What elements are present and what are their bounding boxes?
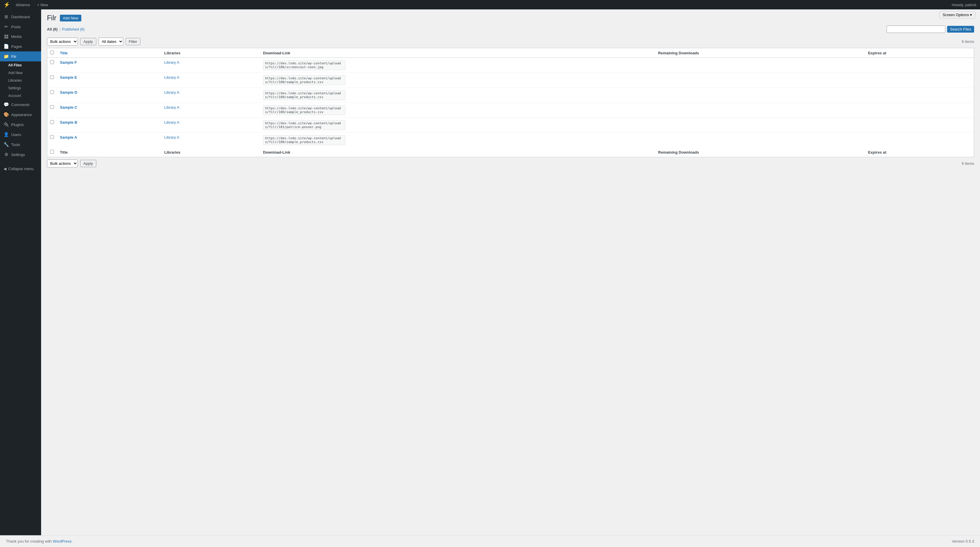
sidebar-item-filr-label: Filr — [11, 54, 16, 59]
download-link-value: https://dev.lndo.site/wp-content/uploads… — [263, 60, 345, 70]
bulk-actions-select-top[interactable]: Bulk actions — [47, 38, 78, 46]
check-all-header — [47, 48, 57, 58]
bulk-actions-select-bottom[interactable]: Bulk actions — [47, 159, 78, 167]
filter-all-anchor[interactable]: All (6) — [47, 27, 57, 32]
filter-published-link[interactable]: Published (6) — [62, 27, 85, 32]
files-table: Title Libraries Download-Link Remaining … — [47, 48, 974, 157]
sidebar-item-plugins[interactable]: 🔌 Plugins — [0, 120, 41, 129]
sidebar-item-appearance[interactable]: 🎨 Appearance — [0, 110, 41, 120]
search-area: Search Files — [887, 26, 974, 33]
sidebar-submenu-settings[interactable]: Settings — [0, 84, 41, 92]
row-checkbox[interactable] — [50, 120, 54, 124]
file-title-link[interactable]: Sample D — [60, 90, 77, 95]
sidebar-item-posts[interactable]: ✏ Posts — [0, 22, 41, 32]
row-expires-at-cell — [865, 118, 974, 133]
thank-you-text: Thank you for creating with — [6, 539, 53, 544]
sidebar-item-pages[interactable]: 📄 Pages — [0, 41, 41, 51]
row-expires-at-cell — [865, 88, 974, 103]
row-remaining-downloads-cell — [655, 88, 865, 103]
download-link-column-header: Download-Link — [260, 48, 655, 58]
add-new-button[interactable]: Add New — [60, 15, 81, 21]
filter-published-anchor[interactable]: Published (6) — [62, 27, 85, 32]
row-download-link-cell: https://dev.lndo.site/wp-content/uploads… — [260, 73, 655, 88]
file-title-link[interactable]: Sample F — [60, 60, 77, 65]
title-column-header[interactable]: Title — [57, 48, 161, 58]
library-link[interactable]: Library A — [164, 135, 180, 140]
title-sort-link[interactable]: Title — [60, 51, 68, 55]
row-checkbox-cell — [47, 118, 57, 133]
top-toolbar: Bulk actions Apply All dates Filter 6 it… — [47, 38, 974, 46]
row-expires-at-cell — [865, 73, 974, 88]
sidebar-submenu-libraries[interactable]: Libraries — [0, 77, 41, 84]
footer: Thank you for creating with WordPress . … — [0, 535, 980, 547]
row-expires-at-cell — [865, 58, 974, 73]
media-icon: 🖼 — [3, 34, 9, 39]
filter-links: All (6) | Published (6) — [47, 27, 84, 32]
sidebar-submenu-all-files[interactable]: All Files — [0, 61, 41, 69]
sidebar: ⊞ Dashboard ✏ Posts 🖼 Media 📄 Pages 📁 Fi… — [0, 10, 41, 535]
row-library-cell: Library A — [161, 58, 260, 73]
row-library-cell: Library A — [161, 103, 260, 118]
sidebar-item-settings[interactable]: ⚙ Settings — [0, 150, 41, 159]
sidebar-item-dashboard[interactable]: ⊞ Dashboard — [0, 12, 41, 22]
check-all-footer-checkbox[interactable] — [50, 150, 54, 154]
sidebar-item-comments[interactable]: 💬 Comments — [0, 100, 41, 110]
sidebar-item-media[interactable]: 🖼 Media — [0, 32, 41, 41]
tools-icon: 🔧 — [3, 142, 9, 147]
sidebar-submenu-account[interactable]: Account — [0, 92, 41, 100]
check-all-footer — [47, 147, 57, 157]
table-row: Sample C Library A https://dev.lndo.site… — [47, 103, 974, 118]
table-row: Sample B Library A https://dev.lndo.site… — [47, 118, 974, 133]
sidebar-item-tools[interactable]: 🔧 Tools — [0, 140, 41, 150]
row-checkbox[interactable] — [50, 60, 54, 64]
table-row: Sample A Library A https://dev.lndo.site… — [47, 133, 974, 148]
apply-button-bottom[interactable]: Apply — [80, 160, 96, 167]
sidebar-item-filr[interactable]: 📁 Filr — [0, 51, 41, 61]
row-checkbox[interactable] — [50, 75, 54, 79]
appearance-icon: 🎨 — [3, 112, 9, 117]
file-title-link[interactable]: Sample E — [60, 75, 77, 80]
row-checkbox[interactable] — [50, 90, 54, 94]
library-link[interactable]: Library A — [164, 120, 180, 124]
remaining-downloads-footer-header: Remaining Downloads — [655, 147, 865, 157]
apply-button-top[interactable]: Apply — [80, 38, 96, 45]
screen-options-button[interactable]: Screen Options ▾ — [940, 11, 975, 19]
row-title-cell: Sample E — [57, 73, 161, 88]
admin-bar-new[interactable]: + New — [36, 3, 49, 7]
collapse-menu[interactable]: ◀ Collapse menu — [0, 164, 41, 173]
title-footer-header: Title — [57, 147, 161, 157]
check-all-checkbox[interactable] — [50, 51, 54, 54]
library-link[interactable]: Library A — [164, 60, 180, 65]
dates-select[interactable]: All dates — [99, 38, 123, 46]
sidebar-submenu-add-new[interactable]: Add New — [0, 69, 41, 77]
dashboard-icon: ⊞ — [3, 14, 9, 19]
row-checkbox-cell — [47, 133, 57, 148]
download-link-value: https://dev.lndo.site/wp-content/uploads… — [263, 120, 345, 130]
wordpress-link[interactable]: WordPress — [53, 539, 72, 544]
wp-logo-icon[interactable]: ⚡ — [3, 2, 10, 8]
row-title-cell: Sample F — [57, 58, 161, 73]
library-link[interactable]: Library A — [164, 90, 180, 95]
sidebar-item-users[interactable]: 👤 Users — [0, 129, 41, 140]
file-title-link[interactable]: Sample A — [60, 135, 77, 140]
row-checkbox[interactable] — [50, 135, 54, 139]
row-download-link-cell: https://dev.lndo.site/wp-content/uploads… — [260, 88, 655, 103]
row-title-cell: Sample A — [57, 133, 161, 148]
admin-bar-site[interactable]: distance — [15, 3, 31, 7]
library-link[interactable]: Library A — [164, 105, 180, 110]
search-files-input[interactable] — [887, 26, 945, 33]
download-link-footer-header: Download-Link — [260, 147, 655, 157]
file-title-link[interactable]: Sample C — [60, 105, 77, 110]
library-link[interactable]: Library A — [164, 75, 180, 80]
site-name-label: distance — [16, 3, 30, 7]
page-header: Filr Add New — [47, 14, 974, 22]
filter-all-link[interactable]: All (6) — [47, 27, 57, 32]
sidebar-item-appearance-label: Appearance — [11, 113, 32, 117]
users-icon: 👤 — [3, 132, 9, 137]
filr-submenu: All Files Add New Libraries Settings Acc… — [0, 61, 41, 100]
page-title: Filr — [47, 14, 56, 22]
row-checkbox[interactable] — [50, 105, 54, 109]
filter-button[interactable]: Filter — [126, 38, 141, 45]
search-files-button[interactable]: Search Files — [947, 26, 974, 33]
file-title-link[interactable]: Sample B — [60, 120, 77, 124]
